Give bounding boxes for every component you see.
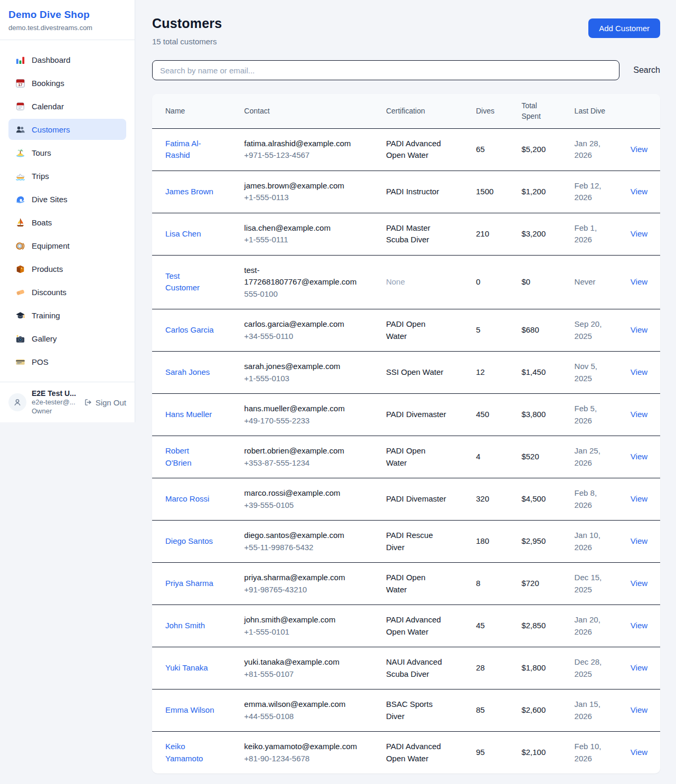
sign-out-button[interactable]: Sign Out: [84, 398, 126, 407]
customer-phone: +34-555-0110: [244, 330, 369, 343]
sidebar-item-products[interactable]: Products: [8, 258, 126, 279]
certification-text: PADI Master Scuba Diver: [386, 222, 447, 246]
customer-name-link[interactable]: James Brown: [165, 186, 213, 198]
page-title: Customers: [152, 16, 222, 31]
sign-out-icon: [84, 398, 92, 407]
last-dive-date: Feb 10, 2026: [575, 741, 612, 764]
dives-count: 5: [467, 309, 513, 352]
customer-email: emma.wilson@example.com: [244, 698, 356, 711]
search-input[interactable]: [152, 60, 619, 80]
last-dive-date: Dec 28, 2025: [575, 656, 612, 680]
last-dive-date: Jan 25, 2026: [575, 445, 612, 469]
view-link[interactable]: View: [631, 621, 647, 630]
sidebar-item-label: Training: [32, 311, 60, 320]
sidebar-item-trips[interactable]: Trips: [8, 165, 126, 186]
svg-text:17: 17: [18, 83, 22, 87]
customer-email: yuki.tanaka@example.com: [244, 656, 356, 668]
user-name: E2E Test U...: [32, 389, 79, 398]
customer-name-link[interactable]: Marco Rossi: [165, 493, 209, 505]
sidebar-item-label: Discounts: [32, 288, 67, 297]
add-customer-button[interactable]: Add Customer: [588, 18, 660, 38]
customer-name-link[interactable]: Test Customer: [165, 270, 216, 294]
sidebar-item-label: POS: [32, 357, 49, 366]
sidebar-item-boats[interactable]: Boats: [8, 212, 126, 233]
column-header-contact: Contact: [236, 94, 378, 128]
column-header-name: Name: [152, 94, 236, 128]
view-link[interactable]: View: [631, 494, 647, 503]
certification-text: PADI Open Water: [386, 572, 447, 596]
person-icon: [13, 398, 22, 407]
customer-name-link[interactable]: Lisa Chen: [165, 228, 201, 240]
view-link[interactable]: View: [631, 277, 647, 286]
view-link[interactable]: View: [631, 410, 647, 419]
view-link[interactable]: View: [631, 187, 647, 196]
certification-text: PADI Open Water: [386, 445, 447, 469]
customer-email: priya.sharma@example.com: [244, 572, 356, 584]
total-spent-value: $1,200: [513, 171, 566, 213]
column-header-certification: Certification: [378, 94, 467, 128]
view-link[interactable]: View: [631, 229, 647, 238]
customer-email: robert.obrien@example.com: [244, 445, 356, 457]
sidebar-item-label: Calendar: [32, 102, 64, 111]
total-spent-value: $3,200: [513, 213, 566, 255]
camera-icon: [15, 333, 25, 344]
total-customers-count: 15 total customers: [152, 37, 222, 46]
sidebar-item-discounts[interactable]: Discounts: [8, 281, 126, 303]
last-dive-date: Feb 5, 2026: [575, 403, 612, 427]
sidebar-item-gallery[interactable]: Gallery: [8, 328, 126, 349]
customer-name-link[interactable]: John Smith: [165, 620, 205, 632]
view-link[interactable]: View: [631, 536, 647, 545]
sidebar-item-customers[interactable]: Customers: [8, 119, 126, 140]
customer-email: test-1772681807767@example.com: [244, 265, 356, 288]
sidebar-item-calendar[interactable]: Calendar: [8, 96, 126, 117]
customers-table: Name Contact Certification Dives Total S…: [152, 94, 660, 773]
search-bar: Search: [152, 60, 660, 80]
dives-count: 1500: [467, 171, 513, 213]
last-dive-date: Feb 8, 2026: [575, 487, 612, 511]
customer-email: carlos.garcia@example.com: [244, 318, 356, 330]
shop-name[interactable]: Demo Dive Shop: [8, 9, 126, 21]
view-link[interactable]: View: [631, 452, 647, 461]
customer-name-link[interactable]: Fatima Al-Rashid: [165, 138, 216, 162]
table-row: James Brown james.brown@example.com +1-5…: [152, 171, 660, 213]
view-link[interactable]: View: [631, 663, 647, 672]
view-link[interactable]: View: [631, 579, 647, 588]
sidebar-item-tours[interactable]: Tours: [8, 142, 126, 163]
customer-name-link[interactable]: Carlos Garcia: [165, 324, 214, 336]
total-spent-value: $3,800: [513, 394, 566, 436]
sidebar-item-label: Gallery: [32, 334, 57, 343]
customer-name-link[interactable]: Robert O'Brien: [165, 445, 216, 469]
sidebar-item-dashboard[interactable]: Dashboard: [8, 49, 126, 70]
sidebar-item-equipment[interactable]: Equipment: [8, 235, 126, 256]
customer-name-link[interactable]: Sarah Jones: [165, 366, 210, 379]
table-row: Lisa Chen lisa.chen@example.com +1-555-0…: [152, 213, 660, 255]
last-dive-date: Feb 1, 2026: [575, 222, 612, 246]
view-link[interactable]: View: [631, 145, 647, 154]
table-row: Diego Santos diego.santos@example.com +5…: [152, 521, 660, 563]
customer-name-link[interactable]: Priya Sharma: [165, 578, 213, 590]
sidebar-item-training[interactable]: Training: [8, 305, 126, 326]
customer-phone: +39-555-0105: [244, 499, 369, 512]
sidebar-item-bookings[interactable]: 17 Bookings: [8, 72, 126, 93]
customer-email: diego.santos@example.com: [244, 530, 356, 542]
customer-name-link[interactable]: Keiko Yamamoto: [165, 741, 216, 764]
customer-name-link[interactable]: Emma Wilson: [165, 704, 214, 716]
sidebar-item-pos[interactable]: POS: [8, 351, 126, 372]
customer-name-link[interactable]: Hans Mueller: [165, 409, 212, 421]
wave-icon: [15, 194, 25, 204]
dives-count: 4: [467, 436, 513, 478]
table-row: Fatima Al-Rashid fatima.alrashid@example…: [152, 128, 660, 171]
search-button[interactable]: Search: [619, 65, 660, 75]
customers-table-card: Name Contact Certification Dives Total S…: [152, 94, 660, 773]
view-link[interactable]: View: [631, 367, 647, 376]
sidebar-item-dive-sites[interactable]: Dive Sites: [8, 188, 126, 210]
dives-count: 65: [467, 128, 513, 171]
customer-name-link[interactable]: Diego Santos: [165, 535, 213, 547]
customer-email: john.smith@example.com: [244, 614, 356, 626]
sidebar-item-label: Bookings: [32, 79, 64, 88]
view-link[interactable]: View: [631, 325, 647, 334]
view-link[interactable]: View: [631, 705, 647, 714]
customer-name-link[interactable]: Yuki Tanaka: [165, 662, 208, 674]
view-link[interactable]: View: [631, 748, 647, 757]
table-row: Yuki Tanaka yuki.tanaka@example.com +81-…: [152, 647, 660, 689]
